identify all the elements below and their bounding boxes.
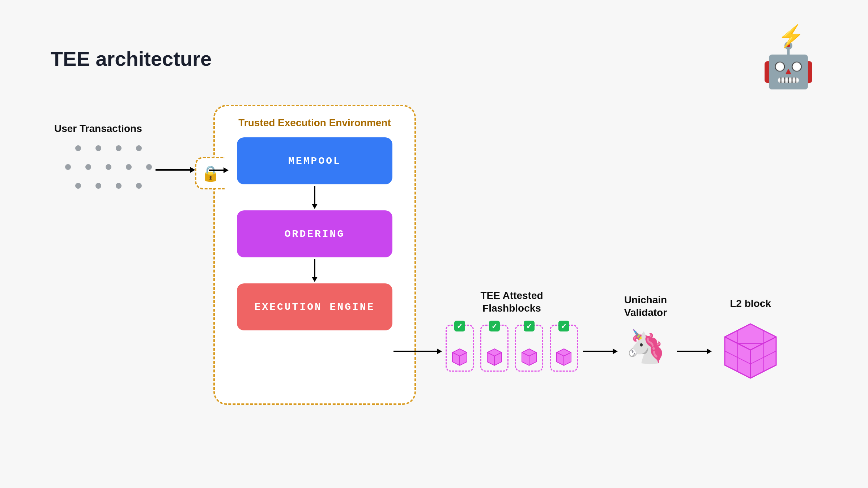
flashblock-card: ✓ [515,325,543,372]
svg-marker-21 [707,348,712,354]
cube-icon [521,348,537,366]
checkmark-icon: ✓ [524,321,535,331]
unicorn-icon: 🦄 [609,328,682,365]
user-transactions-label: User Transactions [54,123,163,134]
flashblock-cards: ✓ ✓ ✓ ✓ [445,325,579,372]
l2-cube-icon [723,322,778,380]
validator-label: UnichainValidator [609,294,682,319]
flashblock-card: ✓ [550,325,578,372]
transaction-dots [54,145,163,189]
checkmark-icon: ✓ [489,321,500,331]
checkmark-icon: ✓ [454,321,465,331]
svg-marker-5 [312,204,318,209]
tee-label: Trusted Execution Environment [229,117,400,129]
diagram-title: TEE architecture [51,47,212,70]
lightning-icon: ⚡ [778,25,805,47]
flashblock-card: ✓ [480,325,509,372]
tee-container: 🔒 Trusted Execution Environment MEMPOOL … [213,105,416,405]
execution-stage: EXECUTION ENGINE [237,283,392,330]
arrow-lock-to-mempool [209,166,229,175]
validator-section: UnichainValidator 🦄 [609,294,682,365]
checkmark-icon: ✓ [558,321,569,331]
svg-marker-1 [190,167,195,173]
arrow-ordering-to-execution [310,257,319,283]
arrow-mempool-to-ordering [310,184,319,210]
l2-block-label: L2 block [714,298,787,309]
flashblock-card: ✓ [446,325,474,372]
cube-icon [452,348,468,366]
arrow-execution-to-flashblocks [393,347,442,356]
ordering-stage: ORDERING [237,210,392,257]
l2-block-section: L2 block [714,298,787,380]
flashblocks-label: TEE AttestedFlashblocks [445,289,579,314]
svg-marker-3 [224,167,229,173]
cube-icon [486,348,502,366]
mempool-stage: MEMPOOL [237,137,392,184]
svg-marker-7 [312,277,318,282]
cube-icon [556,348,572,366]
flashblocks-section: TEE AttestedFlashblocks ✓ ✓ ✓ ✓ [445,289,579,372]
svg-marker-9 [437,348,442,354]
flashbots-robot-icon: 🤖⚡ [761,38,816,92]
user-transactions-section: User Transactions [54,123,163,189]
arrow-tx-to-lock [156,166,195,174]
arrow-validator-to-l2 [677,347,712,356]
